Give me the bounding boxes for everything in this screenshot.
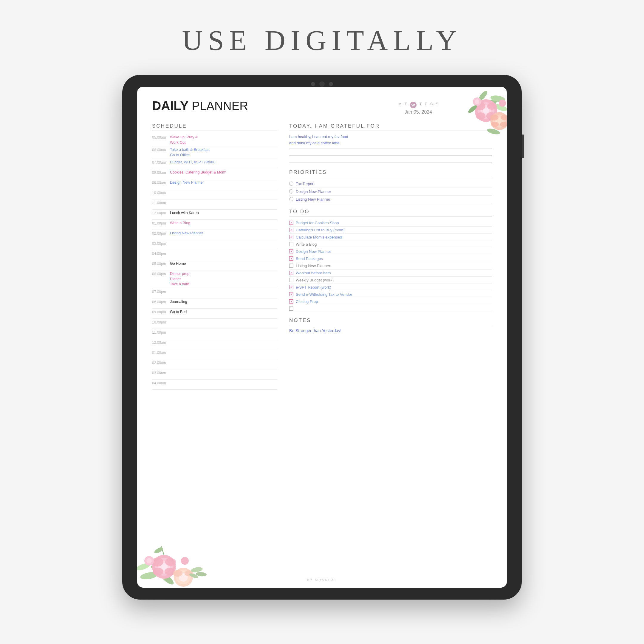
priority-checkbox[interactable] — [289, 197, 293, 201]
todo-item: ✓Send e-Witholding Tax to Vendor — [289, 291, 492, 298]
schedule-row: 03.00pm — [152, 240, 277, 250]
todo-checkbox[interactable]: ✓ — [289, 271, 293, 275]
todo-heading: TO DO — [289, 209, 492, 216]
todo-section: TO DO ✓Budget for Cookies Shop✓Catering'… — [289, 209, 492, 312]
schedule-row: 01.00pmWrite a Blog — [152, 220, 277, 230]
todo-checkbox[interactable]: ✓ — [289, 235, 293, 239]
todo-item: Write a Blog — [289, 241, 492, 248]
day-w-active: W — [410, 102, 417, 108]
priority-label: Listing New Planner — [296, 197, 330, 202]
todo-item-empty — [289, 305, 492, 312]
schedule-row: 09.00amDesign New Planner — [152, 179, 277, 189]
day-t2: T — [419, 102, 422, 108]
todo-checkbox[interactable]: ✓ — [289, 285, 293, 289]
todo-item: ✓Catering's List to Buy (mom) — [289, 227, 492, 234]
grateful-line-2 — [289, 156, 492, 163]
day-m: M — [398, 102, 402, 108]
planner-body: SCHEDULE 05.00amWake up, Pray & Work Out… — [152, 123, 492, 579]
schedule-row: 06.00amTake a bath & Breakfast Go to Off… — [152, 146, 277, 159]
todo-item: ✓e-SPT Report (work) — [289, 284, 492, 291]
schedule-row: 05.00pmGo Home — [152, 260, 277, 270]
todo-label: Weekly Budget (work) — [296, 278, 334, 282]
todo-item: ✓Calculate Mom's expenses — [289, 234, 492, 241]
todo-label: Send e-Witholding Tax to Vendor — [296, 292, 352, 297]
todo-item: Weekly Budget (work) — [289, 277, 492, 284]
schedule-row: 05.00amWake up, Pray & Work Out — [152, 134, 277, 146]
schedule-row: 06.00pmDinner prep Dinner Take a bath — [152, 270, 277, 288]
time-label: 06.00pm — [152, 271, 170, 276]
schedule-entry: Dinner prep Dinner Take a bath — [170, 271, 277, 287]
planner-content: DAILY PLANNER M T W T F S S Jan 05, 2024 — [137, 87, 507, 588]
schedule-entry: Design New Planner — [170, 180, 277, 185]
time-label: 10.00pm — [152, 320, 170, 324]
planner-header: DAILY PLANNER M T W T F S S Jan 05, 2024 — [152, 99, 492, 115]
day-t: T — [405, 102, 407, 108]
tablet-screen: DAILY PLANNER M T W T F S S Jan 05, 2024 — [137, 87, 507, 588]
schedule-entry: Wake up, Pray & Work Out — [170, 135, 277, 145]
schedule-row: 10.00am — [152, 189, 277, 199]
todo-label: Listing New Planner — [296, 264, 330, 268]
priority-checkbox[interactable] — [289, 182, 293, 186]
priorities-heading: PRIORITIES — [289, 169, 492, 177]
time-label: 04.00pm — [152, 251, 170, 256]
schedule-row: 11.00am — [152, 199, 277, 210]
schedule-column: SCHEDULE 05.00amWake up, Pray & Work Out… — [152, 123, 277, 579]
time-label: 08.00am — [152, 170, 170, 175]
date-display: Jan 05, 2024 — [398, 109, 438, 115]
todo-checkbox[interactable]: ✓ — [289, 292, 293, 296]
power-button — [522, 134, 524, 158]
todo-checkbox[interactable]: ✓ — [289, 221, 293, 225]
time-label: 12.00pm — [152, 210, 170, 215]
time-label: 11.00am — [152, 200, 170, 205]
schedule-row: 12.00am — [152, 339, 277, 349]
grateful-section: TODAY, I AM GRATEFUL FOR I am healthy, I… — [289, 123, 492, 163]
priority-checkbox[interactable] — [289, 189, 293, 193]
todo-label: Closing Prep — [296, 299, 318, 304]
priority-item: Design New Planner — [289, 188, 492, 196]
day-s2: S — [436, 102, 438, 108]
schedule-row: 10.00pm — [152, 319, 277, 329]
schedule-entry: Budget, WHT, eSPT (Work) — [170, 160, 277, 165]
todo-item: ✓Send Packages — [289, 255, 492, 262]
todo-checkbox[interactable] — [289, 242, 293, 246]
planner-title: DAILY PLANNER — [152, 99, 248, 113]
camera-dot-2 — [329, 82, 333, 86]
todo-checkbox[interactable]: ✓ — [289, 249, 293, 253]
grateful-line — [289, 148, 492, 156]
todo-item: Listing New Planner — [289, 262, 492, 270]
todo-checkbox[interactable] — [289, 278, 293, 282]
todo-checkbox[interactable]: ✓ — [289, 256, 293, 261]
schedule-list: 05.00amWake up, Pray & Work Out06.00amTa… — [152, 134, 277, 390]
day-s: S — [430, 102, 433, 108]
schedule-row: 02.00pmListing New Planner — [152, 230, 277, 240]
time-label: 11.00pm — [152, 330, 170, 335]
priority-label: Design New Planner — [296, 189, 331, 194]
todo-item: ✓Workout before bath — [289, 270, 492, 277]
todo-label: e-SPT Report (work) — [296, 285, 331, 290]
grateful-text: I am healthy, I can eat my fav food and … — [289, 134, 492, 148]
notes-text: Be Stronger than Yesterday! — [289, 328, 492, 333]
time-label: 04.00am — [152, 380, 170, 385]
time-label: 09.00pm — [152, 309, 170, 314]
todo-checkbox[interactable] — [289, 306, 293, 311]
schedule-entry: Go to Bed — [170, 309, 277, 315]
schedule-entry: Listing New Planner — [170, 231, 277, 236]
priority-label: Tax Report — [296, 182, 315, 186]
notes-section: NOTES Be Stronger than Yesterday! — [289, 318, 492, 333]
camera-lens — [319, 81, 325, 87]
todo-checkbox[interactable] — [289, 264, 293, 268]
todo-label: Budget for Cookies Shop — [296, 221, 339, 225]
time-label: 09.00am — [152, 180, 170, 185]
todo-checkbox[interactable]: ✓ — [289, 228, 293, 232]
time-label: 12.00am — [152, 340, 170, 345]
schedule-row: 07.00pm — [152, 288, 277, 298]
schedule-row: 08.00pmJournaling — [152, 298, 277, 309]
day-f: F — [425, 102, 427, 108]
schedule-entry: Cookies, Catering Budget & Mom' — [170, 170, 277, 175]
schedule-entry: Journaling — [170, 299, 277, 305]
right-column: TODAY, I AM GRATEFUL FOR I am healthy, I… — [289, 123, 492, 579]
schedule-entry: Write a Blog — [170, 221, 277, 226]
todo-checkbox[interactable]: ✓ — [289, 299, 293, 304]
camera-dot — [311, 82, 315, 86]
todo-item: ✓Closing Prep — [289, 298, 492, 305]
